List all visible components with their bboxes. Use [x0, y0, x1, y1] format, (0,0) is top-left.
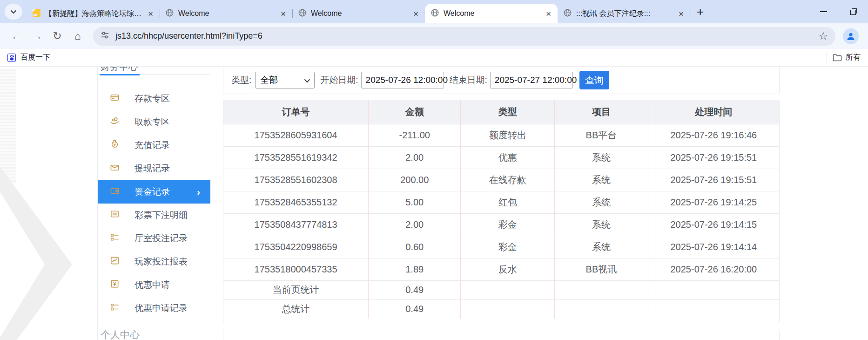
table-cell: 系统 — [555, 191, 648, 213]
table-cell: 反水 — [461, 258, 555, 280]
sidebar-item-9[interactable]: 优惠申请记录 — [98, 297, 210, 320]
browser-tab-3[interactable]: Welcome× — [425, 4, 558, 23]
table-cell: 2025-07-26 19:14:25 — [648, 191, 779, 213]
table-cell: 1.89 — [369, 258, 461, 280]
close-icon[interactable]: × — [678, 9, 685, 18]
close-icon[interactable]: × — [412, 9, 419, 18]
browser-tab-2[interactable]: Welcome× — [292, 4, 425, 23]
note-icon — [33, 9, 40, 19]
watermark-chevron — [0, 166, 72, 340]
globe-icon — [431, 8, 439, 19]
table-row: 17535284653551325.00红包系统2025-07-26 19:14… — [223, 191, 779, 213]
tab-search-chevron-icon[interactable] — [5, 4, 22, 20]
close-icon[interactable]: × — [545, 9, 552, 18]
sidebar-item-5[interactable]: 彩票下注明细 — [98, 204, 210, 227]
table-cell — [555, 280, 648, 299]
type-label: 类型: — [231, 74, 251, 86]
table-row: 17535084377748132.00彩金系统2025-07-26 19:14… — [223, 213, 779, 236]
column-header: 处理时间 — [648, 100, 779, 124]
column-header: 金额 — [369, 100, 461, 124]
chart-icon — [110, 256, 120, 268]
site-settings-tune-icon[interactable] — [101, 31, 109, 41]
table-cell: 1753528605931604 — [223, 124, 369, 146]
sidebar-item-6[interactable]: 厅室投注记录 — [98, 227, 210, 250]
all-bookmarks-button[interactable]: 所有 — [833, 53, 861, 62]
table-cell — [555, 299, 648, 319]
table-cell: 彩金 — [461, 236, 555, 258]
address-bar[interactable]: js13.cc/hhcp/usercenter.html?iniType=6 ☆ — [93, 27, 835, 46]
new-tab-button[interactable]: + — [690, 6, 710, 18]
reload-icon[interactable]: ↻ — [47, 27, 67, 46]
money-bag-icon — [110, 139, 120, 151]
start-date-label: 开始日期: — [320, 74, 358, 86]
close-icon[interactable]: × — [280, 9, 287, 18]
bookmark-baidu[interactable]: 百度一下 — [7, 53, 50, 62]
browser-tab-1[interactable]: Welcome× — [160, 4, 292, 23]
browser-tab-4[interactable]: :::视讯 会员下注纪录:::× — [558, 4, 690, 23]
table-cell: 在线存款 — [461, 169, 555, 191]
sidebar-item-2[interactable]: 充值记录 — [98, 134, 210, 157]
tab-strip: 【新提醒】海燕策略论坛综合交×Welcome×Welcome×Welcome×:… — [0, 0, 868, 23]
ticket-icon — [110, 279, 120, 291]
next-section-card — [223, 330, 780, 340]
url-text[interactable]: js13.cc/hhcp/usercenter.html?iniType=6 — [115, 31, 818, 41]
table-cell: 1753508437774813 — [223, 213, 369, 236]
sidebar-item-8[interactable]: 优惠申请 — [98, 273, 210, 297]
table-cell: 2025-07-26 19:15:51 — [648, 169, 779, 191]
query-button[interactable]: 查询 — [579, 71, 609, 89]
main-content: 类型: 全部 开始日期: 2025-07-26 12:00:00 结束日期: 2… — [223, 67, 780, 340]
type-select[interactable]: 全部 — [255, 72, 315, 88]
table-cell: BB视讯 — [555, 258, 648, 280]
table-cell — [461, 299, 555, 319]
table-cell: 2025-07-26 19:16:46 — [648, 124, 779, 146]
table-cell: 1753518000457335 — [223, 258, 369, 280]
sidebar-item-4-active[interactable]: 资金记录› — [98, 180, 210, 204]
tab-title: Welcome — [178, 9, 276, 18]
window-minimize-icon[interactable] — [820, 11, 827, 12]
table-cell: 5.00 — [369, 191, 461, 213]
withdraw-hand-icon — [110, 116, 120, 128]
close-icon[interactable]: × — [147, 9, 154, 18]
sidebar-section-personal-center[interactable]: 个人中心 — [101, 328, 210, 340]
bookmarks-bar: 百度一下 所有 — [0, 49, 868, 67]
sidebar-item-3[interactable]: 提现记录 — [98, 157, 210, 180]
table-cell: 2025-07-26 16:20:00 — [648, 258, 779, 280]
table-row: 17535285516193422.00优惠系统2025-07-26 19:15… — [223, 146, 779, 169]
table-cell: 1753528551602308 — [223, 169, 369, 191]
records-table: 订单号金额类型项目处理时间 1753528605931604-211.00额度转… — [223, 100, 779, 319]
table-cell: 彩金 — [461, 213, 555, 236]
bookmark-star-icon[interactable]: ☆ — [818, 30, 828, 42]
globe-icon — [165, 8, 174, 19]
bookmarks-divider — [827, 53, 827, 63]
sidebar-item-1[interactable]: 取款专区 — [98, 110, 210, 134]
end-date-input[interactable]: 2025-07-27 12:00:00 — [490, 72, 573, 88]
sidebar-item-0[interactable]: 存款专区 — [98, 87, 210, 110]
table-cell: 2.00 — [369, 213, 461, 236]
table-row: 17535042209986590.60彩金系统2025-07-26 19:14… — [223, 236, 779, 258]
type-select-value: 全部 — [260, 74, 304, 86]
table-cell: 系统 — [555, 213, 648, 236]
home-icon[interactable]: ⌂ — [68, 27, 87, 46]
table-header-row: 订单号金额类型项目处理时间 — [223, 100, 779, 124]
back-icon[interactable]: ← — [7, 27, 26, 46]
forward-icon[interactable]: → — [27, 27, 47, 46]
table-row: 1753528605931604-211.00额度转出BB平台2025-07-2… — [223, 124, 779, 146]
table-cell: 0.60 — [369, 236, 461, 258]
grid-list-icon — [110, 232, 120, 245]
profile-avatar[interactable] — [843, 28, 859, 44]
browser-tab-0[interactable]: 【新提醒】海燕策略论坛综合交× — [27, 4, 160, 23]
tab-title: Welcome — [311, 9, 408, 18]
sidebar-menu: 存款专区取款专区充值记录提现记录资金记录›彩票下注明细厅室投注记录玩家投注报表优… — [98, 87, 210, 320]
table-cell — [461, 280, 555, 299]
table-cell — [648, 299, 779, 319]
sidebar: 财务中心 存款专区取款专区充值记录提现记录资金记录›彩票下注明细厅室投注记录玩家… — [97, 67, 210, 340]
sidebar-item-7[interactable]: 玩家投注报表 — [98, 250, 210, 273]
window-restore-icon[interactable] — [850, 8, 857, 15]
table-cell: 当前页统计 — [223, 280, 369, 299]
start-date-input[interactable]: 2025-07-26 12:00:00 — [361, 72, 444, 88]
deposit-card-icon — [110, 93, 120, 105]
sidebar-header: 财务中心 — [98, 67, 210, 74]
list-icon — [110, 209, 120, 221]
sidebar-item-label: 取款专区 — [135, 116, 170, 128]
sidebar-item-label: 提现记录 — [135, 163, 170, 175]
